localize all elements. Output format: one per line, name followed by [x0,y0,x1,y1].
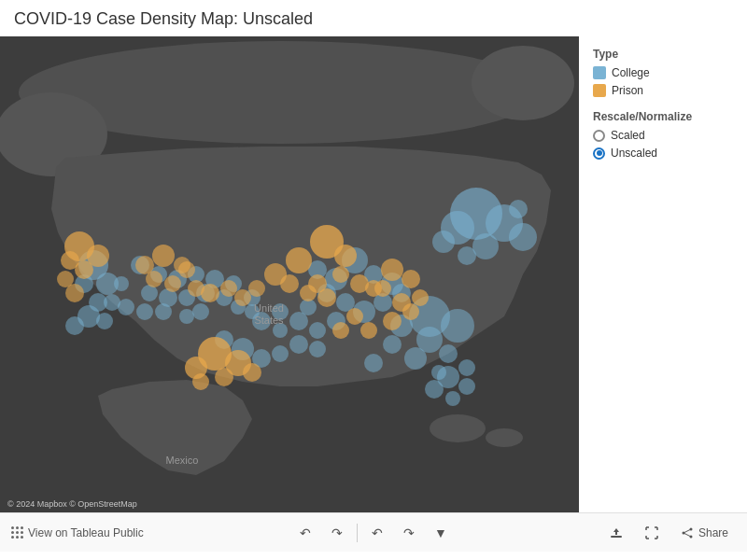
legend-item-prison: Prison [593,84,733,97]
svg-marker-127 [613,528,619,535]
svg-text:Mexico: Mexico [166,455,199,466]
svg-point-99 [75,260,93,279]
download-icon [610,526,623,539]
svg-point-71 [192,303,209,320]
revert-button[interactable]: ↶ [365,521,389,545]
svg-point-78 [445,391,460,406]
svg-point-120 [220,280,237,297]
svg-point-54 [65,316,84,335]
svg-point-87 [300,285,317,301]
college-label: College [612,66,650,79]
svg-point-107 [402,303,419,320]
svg-point-103 [402,270,420,288]
share-icon [681,526,694,539]
svg-text:United: United [254,302,284,314]
svg-line-132 [684,533,691,537]
more-button[interactable]: ▼ [429,521,453,545]
svg-point-109 [346,308,363,325]
svg-point-22 [458,359,475,376]
svg-point-83 [280,274,299,293]
svg-point-94 [243,363,261,382]
svg-point-8 [509,223,537,251]
svg-rect-126 [611,536,622,538]
legend-panel: Type College Prison Rescale/Normalize Sc… [579,36,747,512]
fullscreen-icon [645,526,658,539]
svg-point-119 [201,284,219,302]
svg-point-85 [332,266,349,283]
main-content: United States Mexico © 2024 Mapbox © Ope… [0,36,747,512]
svg-point-20 [364,354,383,372]
rescale-label: Rescale/Normalize [593,110,733,123]
svg-point-35 [289,312,308,330]
svg-point-13 [458,246,476,265]
map-svg: United States Mexico [0,36,579,512]
tableau-link[interactable]: View on Tableau Public [28,526,144,539]
svg-point-77 [425,380,444,399]
svg-point-108 [383,312,402,330]
prison-swatch [593,84,606,97]
footer-right: Share [602,523,736,543]
svg-point-95 [192,373,209,390]
svg-point-122 [248,280,265,297]
svg-point-46 [309,341,326,357]
svg-point-2 [472,46,574,120]
unscaled-radio-circle[interactable] [593,147,605,160]
svg-point-36 [309,322,326,339]
unscaled-radio[interactable]: Unscaled [593,147,733,160]
download-button[interactable] [602,523,630,543]
svg-point-5 [486,428,523,447]
svg-point-55 [114,276,129,291]
legend-item-college: College [593,66,733,79]
footer-center: ↶ ↷ ↶ ↷ ▼ [293,521,453,545]
svg-point-102 [381,259,403,281]
svg-point-15 [441,309,474,343]
svg-point-116 [164,275,181,292]
svg-point-11 [432,231,455,253]
share-label: Share [698,526,728,539]
svg-line-131 [684,529,691,533]
svg-point-80 [286,247,312,273]
forward-button[interactable]: ↷ [397,521,421,545]
footer: View on Tableau Public ↶ ↷ ↶ ↷ ▼ [0,512,747,552]
svg-point-19 [404,347,427,370]
scaled-radio-circle[interactable] [593,130,605,142]
svg-point-70 [179,309,194,324]
svg-point-12 [509,200,528,218]
svg-point-68 [136,303,153,320]
scaled-radio[interactable]: Scaled [593,129,733,142]
undo-button[interactable]: ↶ [293,521,317,545]
svg-point-112 [152,245,175,267]
svg-point-10 [472,233,499,259]
map-attribution: © 2024 Mapbox © OpenStreetMap [7,499,137,509]
svg-point-110 [360,322,377,339]
svg-point-111 [332,322,349,339]
map-container: United States Mexico © 2024 Mapbox © Ope… [0,36,579,512]
svg-point-45 [289,335,308,354]
svg-point-121 [234,289,251,306]
svg-point-43 [272,345,289,362]
footer-separator-1 [357,524,358,542]
svg-point-53 [96,313,113,329]
svg-point-117 [178,261,195,278]
svg-point-81 [334,245,357,267]
svg-point-101 [65,284,84,302]
college-swatch [593,66,606,79]
svg-point-21 [439,344,458,363]
svg-point-4 [430,414,486,442]
svg-point-115 [146,271,162,287]
tableau-icon [11,526,23,539]
legend-type-label: Type [593,48,733,61]
svg-point-88 [317,288,336,307]
svg-point-69 [155,303,172,320]
scaled-radio-label: Scaled [611,129,645,142]
svg-point-104 [374,280,391,297]
share-button[interactable]: Share [673,523,736,543]
prison-label: Prison [612,84,643,97]
svg-point-18 [383,335,402,354]
footer-left: View on Tableau Public [11,526,144,539]
redo-button[interactable]: ↷ [325,521,349,545]
unscaled-radio-label: Unscaled [611,147,657,160]
svg-point-93 [215,368,233,386]
svg-point-76 [458,378,475,395]
fullscreen-button[interactable] [638,523,666,543]
